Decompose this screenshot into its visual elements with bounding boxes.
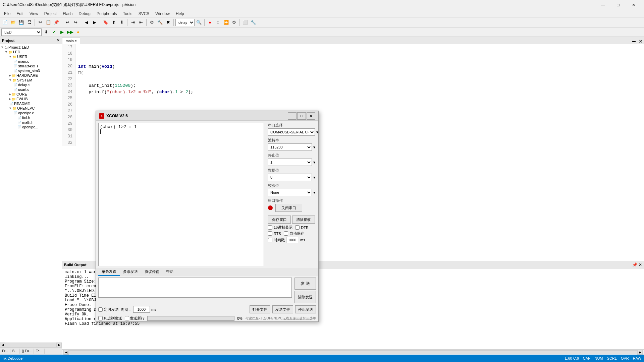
port-select[interactable]: COM4:USB-SERIAL CH34C <box>268 128 315 136</box>
scroll-right-btn[interactable]: ▶ <box>56 343 62 347</box>
save-button[interactable]: 💾 <box>17 19 25 26</box>
debug-stop-button[interactable]: ○ <box>214 19 222 26</box>
tree-system-folder[interactable]: ▼ 📁 SYSTEM <box>0 78 62 82</box>
send-btn[interactable]: 发 送 <box>294 278 316 290</box>
bookmark-button[interactable]: 🔖 <box>102 19 109 26</box>
menu-item-flash[interactable]: Flash <box>60 11 75 17</box>
rts-checkbox[interactable] <box>268 231 272 236</box>
target-select[interactable]: LED <box>1 28 42 36</box>
menu-item-svcs[interactable]: SVCS <box>136 11 152 17</box>
xcom-maximize-btn[interactable]: □ <box>297 112 306 120</box>
xcom-close-btn[interactable]: ✕ <box>307 112 315 120</box>
clear-receive-btn[interactable]: 清除接收 <box>292 216 315 224</box>
tree-delayc[interactable]: 📄 delay.c <box>0 82 62 87</box>
prev-bookmark-button[interactable]: ⬆ <box>110 19 117 26</box>
close-button[interactable]: ✕ <box>626 0 641 10</box>
tree-project-led[interactable]: ▼ 🗂 Project: LED <box>0 45 62 50</box>
build-scroll-right[interactable]: ▶ <box>637 350 643 355</box>
hex16-send-checkbox[interactable] <box>98 316 103 320</box>
tab-books[interactable]: B... <box>10 349 20 354</box>
tab-project[interactable]: Pr... <box>0 349 10 354</box>
timer-value-input[interactable] <box>286 237 298 243</box>
search-button[interactable]: 🔍 <box>195 19 203 26</box>
tree-openlpc[interactable]: ▼ 📁 OPENLPC <box>0 106 62 111</box>
send-file-btn[interactable]: 发送文件 <box>272 305 293 313</box>
redo-button[interactable]: ↪ <box>72 19 79 26</box>
timer-checkbox[interactable] <box>268 238 272 242</box>
baud-select[interactable]: 115200 <box>268 143 312 151</box>
next-bookmark-button[interactable]: ⬇ <box>118 19 125 26</box>
nav-fwd-button[interactable]: ▶ <box>91 19 98 26</box>
open-button[interactable]: 📂 <box>9 19 17 26</box>
xcom-tab-help[interactable]: 帮助 <box>163 268 177 276</box>
tree-ftolh[interactable]: 📄 ftol.h <box>0 115 62 120</box>
menu-item-edit[interactable]: Edit <box>14 11 26 17</box>
project-hscroll[interactable]: ◀ ▶ <box>0 342 62 347</box>
tab-functions[interactable]: {} Fu... <box>20 349 34 354</box>
nav-back-button[interactable]: ◀ <box>83 19 90 26</box>
project-panel-close[interactable]: ✕ <box>57 38 60 43</box>
databits-select[interactable]: 8 <box>268 174 312 181</box>
timer-send-checkbox[interactable] <box>98 307 103 312</box>
target-combo[interactable]: delay <box>175 19 195 26</box>
tree-mainc[interactable]: 📄 main.c <box>0 59 62 64</box>
menu-item-project[interactable]: Project <box>42 11 59 17</box>
close-build-btn[interactable]: ✕ <box>639 262 642 267</box>
minimize-button[interactable]: — <box>595 0 610 10</box>
stop-build-button[interactable]: ✖ <box>164 19 172 26</box>
rebuild-button[interactable]: 🔨 <box>156 19 164 26</box>
yellow-button[interactable]: ● <box>74 28 82 36</box>
stop-send-btn[interactable]: 停止发送 <box>295 305 316 313</box>
xcom-send-textarea[interactable] <box>98 278 292 298</box>
tree-fwlib[interactable]: ▶ 📁 FWLIB <box>0 97 62 101</box>
scroll-left-btn[interactable]: ◀ <box>0 343 5 347</box>
xcom-minimize-btn[interactable]: — <box>288 112 297 120</box>
tree-readme[interactable]: 📄 README <box>0 101 62 106</box>
xcom-output[interactable]: (char)-1>2 = 1 <box>98 123 264 266</box>
unindent-button[interactable]: ⇤ <box>137 19 145 26</box>
tree-system[interactable]: 📄 system_stm3 <box>0 68 62 73</box>
tree-stm32[interactable]: 📄 stm32f4xx_i <box>0 64 62 68</box>
menu-item-peripherals[interactable]: Peripherals <box>94 11 120 17</box>
menu-item-debug[interactable]: Debug <box>76 11 93 17</box>
window-button[interactable]: ⬜ <box>241 19 249 26</box>
tree-openlpcc[interactable]: 📄 openlpc.c <box>0 111 62 115</box>
build-hscroll[interactable]: ◀ ▶ <box>62 349 644 355</box>
save-window-btn[interactable]: 保存窗口 <box>268 216 291 224</box>
copy-button[interactable]: 📋 <box>45 19 52 26</box>
xcom-tab-protocol[interactable]: 协议传输 <box>141 268 163 276</box>
expand-editor-btn[interactable]: ⬅ <box>631 39 637 44</box>
hex16-checkbox[interactable] <box>268 225 272 230</box>
menu-item-tools[interactable]: Tools <box>120 11 135 17</box>
close-editor-btn[interactable]: ✕ <box>637 39 644 44</box>
clear-send-btn[interactable]: 清除发送 <box>294 291 316 303</box>
autosave-checkbox[interactable] <box>284 231 288 236</box>
stop-select[interactable]: 1 <box>268 159 312 166</box>
parity-select[interactable]: None <box>268 189 312 196</box>
debug-option-button[interactable]: ⚙ <box>230 19 238 26</box>
tree-hardware[interactable]: ▶ 📁 HARDWARE <box>0 73 62 78</box>
xcom-tab-single[interactable]: 单条发送 <box>98 268 120 276</box>
close-port-btn[interactable]: 关闭串口 <box>275 204 302 212</box>
build-scroll-left[interactable]: ◀ <box>63 350 69 355</box>
menu-item-view[interactable]: View <box>27 11 41 17</box>
period-input[interactable] <box>133 306 150 313</box>
menu-item-file[interactable]: File <box>1 11 13 17</box>
xcom-tab-multi[interactable]: 多条发送 <box>120 268 141 276</box>
new-file-button[interactable]: 📄 <box>1 19 9 26</box>
newline-checkbox[interactable] <box>125 316 129 320</box>
tree-openlpc-h[interactable]: 📄 openlpc... <box>0 125 62 129</box>
green2-button[interactable]: ▶ <box>58 28 66 36</box>
tree-sysc[interactable]: 📄 usart.c <box>0 87 62 92</box>
tree-user[interactable]: ▼ 📁 USER <box>0 54 62 59</box>
green3-button[interactable]: ▶▶ <box>66 28 74 36</box>
tools-button[interactable]: 🔧 <box>250 19 257 26</box>
green1-button[interactable]: ✔ <box>50 28 58 36</box>
paste-button[interactable]: 📌 <box>53 19 60 26</box>
download-button[interactable]: ⬇ <box>42 28 50 36</box>
menu-item-help[interactable]: Help <box>173 11 187 17</box>
tab-mainc[interactable]: main.c <box>62 37 80 44</box>
save-all-button[interactable]: 🖫 <box>25 19 33 26</box>
maximize-button[interactable]: □ <box>610 0 626 10</box>
debug-start-button[interactable]: ● <box>206 19 214 26</box>
